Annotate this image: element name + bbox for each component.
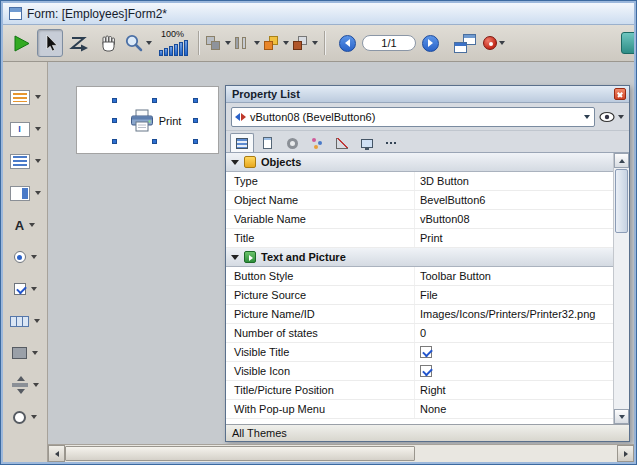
visible-icon-checkbox[interactable] [420, 365, 432, 377]
pointer-tool-button[interactable] [37, 29, 63, 57]
form-sheet[interactable]: Print [76, 86, 219, 154]
zoom-level-control[interactable]: 100% [159, 30, 188, 56]
scrollbar-thumb[interactable] [65, 446, 415, 461]
printer-icon [129, 109, 155, 133]
selection-handle[interactable] [152, 139, 157, 144]
settings-dropdown-button[interactable] [481, 29, 507, 57]
clipped-toolbar-button[interactable] [621, 32, 634, 54]
section-header-objects[interactable]: Objects [226, 153, 613, 172]
selection-handle[interactable] [112, 118, 117, 123]
next-page-button[interactable] [422, 35, 439, 52]
tab-more[interactable] [380, 133, 404, 152]
property-category-tabs [226, 131, 629, 153]
property-name: Object Name [226, 194, 414, 206]
color-dropdown-button[interactable] [263, 29, 289, 57]
tab-property-grid[interactable] [230, 133, 254, 152]
property-grid: Objects Type 3D Button Object Name Bevel… [226, 153, 629, 424]
property-value[interactable]: BevelButton6 [414, 191, 613, 209]
tab-data[interactable] [305, 133, 329, 152]
property-value[interactable]: vButton08 [414, 210, 613, 228]
selection-handle[interactable] [193, 118, 198, 123]
collapse-triangle-icon[interactable] [231, 160, 239, 165]
property-value[interactable]: 0 [414, 324, 613, 342]
previous-page-button[interactable] [339, 35, 356, 52]
scroll-up-button[interactable] [614, 153, 629, 168]
property-value[interactable]: File [414, 286, 613, 304]
selection-handle[interactable] [193, 139, 198, 144]
property-row-title: Title Print [226, 229, 613, 248]
combo-box-tool-button[interactable] [10, 182, 41, 204]
align-icon [205, 35, 223, 51]
button-grid-tool-button[interactable] [10, 310, 40, 332]
color-swatches-icon [263, 35, 281, 51]
property-name: Title/Picture Position [226, 384, 414, 396]
property-row-visible-title: Visible Title [226, 343, 613, 362]
titlebar[interactable]: Form: [Employees]Form2* [3, 3, 634, 25]
tab-chart[interactable] [330, 133, 354, 152]
distribute-icon [234, 35, 252, 51]
scrollbar-thumb[interactable] [615, 169, 628, 233]
property-value[interactable]: Print [414, 229, 613, 247]
align-dropdown-button[interactable] [205, 29, 231, 57]
play-icon [11, 33, 31, 53]
selection-handle[interactable] [193, 98, 198, 103]
collapse-triangle-icon[interactable] [231, 255, 239, 260]
splitter-tool-button[interactable] [12, 374, 39, 396]
property-value[interactable]: Toolbar Button [414, 267, 613, 285]
execute-form-button[interactable] [8, 29, 34, 57]
selection-handle[interactable] [112, 98, 117, 103]
checkbox-tool-button[interactable] [14, 278, 37, 300]
splitter-tool-icon [12, 383, 28, 387]
text-tool-button[interactable] [10, 86, 41, 108]
selection-handle[interactable] [112, 139, 117, 144]
radio-button-tool-button[interactable] [14, 246, 37, 268]
scroll-left-button[interactable] [48, 445, 65, 462]
style-dropdown-button[interactable] [292, 29, 318, 57]
input-tool-button[interactable]: I [10, 118, 41, 140]
property-row-button-style: Button Style Toolbar Button [226, 267, 613, 286]
main-toolbar: 100% 1/1 [3, 25, 634, 62]
tab-form[interactable] [255, 133, 279, 152]
chart-icon [336, 138, 348, 149]
show-hide-properties-button[interactable] [599, 111, 624, 123]
move-tool-button[interactable] [95, 29, 121, 57]
distribute-dropdown-button[interactable] [234, 29, 260, 57]
tab-order-tool-button[interactable] [66, 29, 92, 57]
close-icon[interactable] [614, 88, 626, 100]
zoom-dropdown-arrow[interactable] [146, 41, 152, 45]
objects-section-icon [244, 156, 256, 168]
grid-icon [236, 138, 248, 149]
property-name: With Pop-up Menu [226, 403, 414, 415]
scroll-right-button[interactable] [617, 445, 634, 462]
list-box-tool-button[interactable] [10, 150, 41, 172]
property-value[interactable]: Right [414, 381, 613, 399]
property-list-scrollbar[interactable] [613, 153, 629, 424]
selection-handle[interactable] [152, 98, 157, 103]
form-windows-button[interactable] [452, 29, 478, 57]
zoom-tool-button[interactable] [124, 29, 152, 57]
property-value[interactable]: 3D Button [414, 172, 613, 190]
themes-footer-button[interactable]: All Themes [226, 424, 629, 441]
print-button-object[interactable]: Print [115, 101, 195, 141]
rectangle-tool-button[interactable] [12, 342, 38, 364]
section-header-text-and-picture[interactable]: Text and Picture [226, 248, 613, 267]
horizontal-scrollbar[interactable] [48, 444, 634, 462]
combo-box-tool-icon [10, 186, 30, 201]
zoom-bars-icon[interactable] [159, 39, 188, 56]
form-canvas[interactable]: Print Property List [48, 62, 634, 444]
eye-icon [599, 111, 615, 123]
label-tool-button[interactable]: A [15, 214, 35, 236]
scroll-down-button[interactable] [614, 409, 629, 424]
down-arrow-icon [619, 415, 625, 419]
object-selector-dropdown[interactable]: vButton08 (BevelButton6) [231, 107, 595, 127]
tab-display[interactable] [355, 133, 379, 152]
page-indicator[interactable]: 1/1 [362, 35, 416, 51]
property-value[interactable]: Images/Icons/Printers/Printer32.png [414, 305, 613, 323]
visible-title-checkbox[interactable] [420, 346, 432, 358]
oval-tool-button[interactable] [13, 406, 37, 428]
property-value[interactable]: None [414, 400, 613, 418]
property-list-palette: Property List vButton08 (BevelButton6) [225, 85, 630, 442]
tab-events[interactable] [280, 133, 304, 152]
property-list-header[interactable]: Property List [226, 86, 629, 103]
scrollbar-track[interactable] [415, 445, 617, 462]
